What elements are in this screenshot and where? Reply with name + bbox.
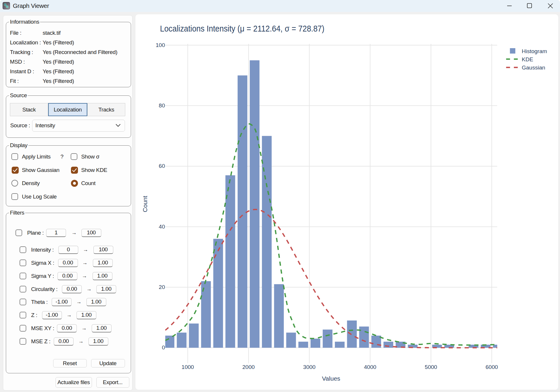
svg-text:Gaussian: Gaussian: [522, 65, 545, 71]
svg-text:6000: 6000: [486, 364, 498, 370]
svg-text:1000: 1000: [182, 364, 194, 370]
svg-text:Histogram: Histogram: [522, 48, 547, 54]
svg-text:Values: Values: [322, 375, 340, 382]
svg-text:20: 20: [159, 284, 165, 290]
svg-text:80: 80: [159, 102, 165, 109]
svg-text:Count: Count: [142, 196, 148, 212]
svg-text:5000: 5000: [425, 364, 437, 370]
svg-text:KDE: KDE: [522, 56, 533, 62]
svg-text:2000: 2000: [242, 364, 255, 370]
svg-text:0: 0: [162, 344, 165, 351]
svg-text:100: 100: [156, 42, 165, 48]
svg-text:4000: 4000: [364, 364, 376, 370]
svg-text:40: 40: [159, 224, 165, 230]
svg-text:3000: 3000: [303, 364, 315, 370]
svg-text:Localizations Intensity (μ = 2: Localizations Intensity (μ = 2112.64, σ …: [160, 24, 324, 33]
svg-text:60: 60: [159, 163, 165, 169]
